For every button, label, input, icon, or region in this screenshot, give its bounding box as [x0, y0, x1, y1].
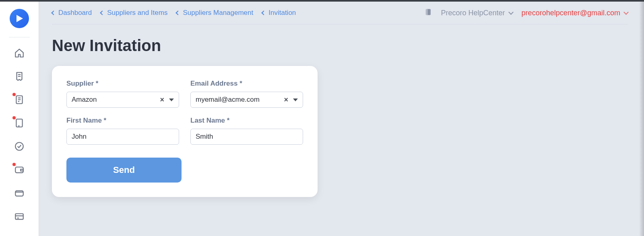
sidebar-item-doc1[interactable]: [13, 94, 25, 106]
svg-rect-3: [15, 167, 23, 173]
svg-rect-6: [15, 214, 23, 220]
email-label: Email Address *: [190, 80, 303, 88]
help-book-button[interactable]: [424, 8, 432, 18]
chevron-down-icon: [623, 10, 629, 15]
book-icon: [424, 8, 432, 16]
caret-down-icon[interactable]: [293, 99, 298, 101]
wallet2-icon: [14, 188, 25, 198]
doc1-icon: [14, 94, 25, 105]
svg-point-2: [15, 142, 23, 150]
clear-icon[interactable]: ×: [281, 96, 291, 104]
svg-rect-4: [21, 169, 23, 171]
user-menu[interactable]: precorohelpcenter@gmail.com: [522, 9, 628, 17]
doc2-icon: [14, 118, 25, 128]
wallet-icon: [14, 164, 25, 175]
org-switcher[interactable]: Precoro HelpCenter: [441, 9, 513, 17]
chevron-left-icon: [262, 10, 266, 15]
invitation-form-card: Supplier * Amazon × Email Address * myem…: [52, 66, 318, 197]
first-name-label: First Name *: [66, 117, 179, 125]
last-name-field-group: Last Name *: [190, 117, 303, 145]
send-button[interactable]: Send: [66, 158, 182, 183]
card-icon: [14, 211, 25, 222]
sidebar-item-home[interactable]: [13, 47, 25, 59]
sidebar-item-wallet[interactable]: [13, 164, 25, 176]
sidebar-divider: [9, 37, 30, 37]
sidebar: [0, 2, 39, 236]
org-name: Precoro HelpCenter: [441, 9, 505, 17]
logo-play-icon: [14, 14, 24, 23]
first-name-input[interactable]: [66, 129, 179, 145]
receipt-icon: [14, 71, 25, 82]
home-icon: [14, 48, 25, 58]
breadcrumb-label: Suppliers Management: [183, 9, 253, 17]
notification-dot: [12, 93, 16, 96]
supplier-select[interactable]: Amazon ×: [66, 92, 179, 108]
notification-dot: [12, 163, 16, 166]
supplier-selected-value: Amazon: [72, 96, 157, 104]
page-title: New Invitation: [52, 37, 628, 55]
sidebar-item-doc2[interactable]: [13, 117, 25, 129]
svg-rect-5: [15, 191, 23, 196]
header-right: Precoro HelpCenter precorohelpcenter@gma…: [424, 8, 628, 18]
sidebar-nav: [13, 47, 25, 222]
sidebar-item-wallet2[interactable]: [13, 187, 25, 199]
last-name-input[interactable]: [190, 129, 303, 145]
breadcrumb-dashboard[interactable]: Dashboard: [52, 9, 92, 17]
breadcrumb-label: Suppliers and Items: [107, 9, 167, 17]
email-select[interactable]: myemail@acme.com ×: [190, 92, 303, 108]
svg-rect-8: [426, 9, 427, 15]
chevron-down-icon: [508, 10, 514, 15]
breadcrumb-label: Dashboard: [58, 9, 92, 17]
page-body: New Invitation Supplier * Amazon × Email…: [39, 25, 644, 197]
supplier-field-group: Supplier * Amazon ×: [66, 80, 179, 108]
main-area: Dashboard Suppliers and Items Suppliers …: [39, 2, 644, 236]
sidebar-item-receipt[interactable]: [13, 70, 25, 82]
caret-down-icon[interactable]: [169, 99, 174, 101]
supplier-label: Supplier *: [66, 80, 179, 88]
breadcrumb-label: Invitation: [268, 9, 296, 17]
user-email: precorohelpcenter@gmail.com: [522, 9, 620, 17]
notification-dot: [12, 116, 16, 119]
clear-icon[interactable]: ×: [157, 96, 167, 104]
last-name-label: Last Name *: [190, 117, 303, 125]
first-name-field-group: First Name *: [66, 117, 179, 145]
breadcrumb-suppliers-items[interactable]: Suppliers and Items: [101, 9, 167, 17]
chevron-left-icon: [176, 10, 180, 15]
email-selected-value: myemail@acme.com: [196, 96, 281, 104]
app-logo[interactable]: [10, 9, 29, 28]
check-circle-icon: [14, 141, 25, 152]
breadcrumb-suppliers-management[interactable]: Suppliers Management: [176, 9, 253, 17]
sidebar-item-approve[interactable]: [13, 140, 25, 152]
chevron-left-icon: [51, 10, 56, 15]
breadcrumbs: Dashboard Suppliers and Items Suppliers …: [52, 9, 296, 17]
sidebar-item-card[interactable]: [13, 210, 25, 222]
breadcrumb-invitation[interactable]: Invitation: [262, 9, 296, 17]
page-header: Dashboard Suppliers and Items Suppliers …: [39, 2, 644, 24]
chevron-left-icon: [100, 10, 105, 15]
email-field-group: Email Address * myemail@acme.com ×: [190, 80, 303, 108]
